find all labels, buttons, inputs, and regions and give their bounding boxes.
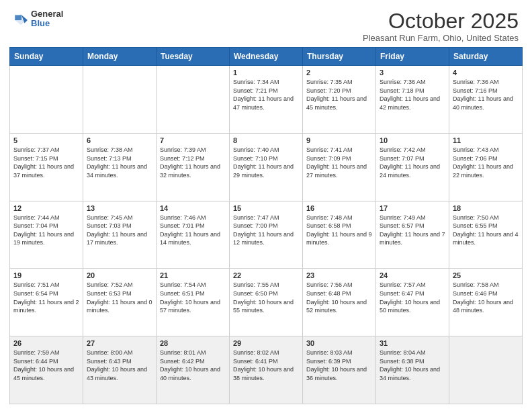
day-cell: 4Sunrise: 7:36 AMSunset: 7:16 PMDaylight…: [449, 66, 523, 134]
day-number: 3: [380, 68, 445, 77]
weekday-header-friday: Friday: [376, 48, 449, 66]
day-number: 31: [380, 339, 445, 347]
day-number: 27: [87, 339, 152, 347]
day-info: Sunrise: 7:40 AMSunset: 7:10 PMDaylight:…: [233, 146, 299, 179]
day-number: 16: [306, 204, 372, 212]
day-number: 19: [13, 271, 79, 279]
day-info: Sunrise: 7:35 AMSunset: 7:20 PMDaylight:…: [306, 78, 372, 111]
day-number: 26: [13, 339, 79, 347]
week-row-4: 19Sunrise: 7:51 AMSunset: 6:54 PMDayligh…: [10, 269, 523, 336]
day-cell: 24Sunrise: 7:57 AMSunset: 6:47 PMDayligh…: [376, 269, 449, 336]
weekday-header-thursday: Thursday: [303, 48, 376, 66]
day-info: Sunrise: 8:03 AMSunset: 6:39 PMDaylight:…: [306, 349, 372, 382]
day-info: Sunrise: 7:57 AMSunset: 6:47 PMDaylight:…: [380, 281, 445, 314]
day-number: 17: [380, 204, 445, 212]
day-number: 9: [306, 136, 372, 144]
day-info: Sunrise: 8:01 AMSunset: 6:42 PMDaylight:…: [160, 349, 226, 382]
day-number: 8: [233, 136, 299, 144]
day-cell: 22Sunrise: 7:55 AMSunset: 6:50 PMDayligh…: [230, 269, 303, 336]
logo-text: General Blue: [31, 9, 63, 29]
day-info: Sunrise: 7:44 AMSunset: 7:04 PMDaylight:…: [13, 214, 79, 247]
day-cell: 1Sunrise: 7:34 AMSunset: 7:21 PMDaylight…: [230, 66, 303, 134]
svg-rect-3: [15, 15, 21, 21]
day-cell: 3Sunrise: 7:36 AMSunset: 7:18 PMDaylight…: [376, 66, 449, 134]
day-info: Sunrise: 7:34 AMSunset: 7:21 PMDaylight:…: [233, 78, 299, 111]
day-info: Sunrise: 7:58 AMSunset: 6:46 PMDaylight:…: [453, 281, 519, 314]
day-info: Sunrise: 7:47 AMSunset: 7:00 PMDaylight:…: [233, 214, 299, 247]
title-section: October 2025 Pleasant Run Farm, Ohio, Un…: [363, 9, 519, 43]
page: General Blue October 2025 Pleasant Run F…: [0, 0, 532, 411]
day-cell: 19Sunrise: 7:51 AMSunset: 6:54 PMDayligh…: [10, 269, 83, 336]
day-info: Sunrise: 7:59 AMSunset: 6:44 PMDaylight:…: [13, 349, 79, 382]
day-cell: 7Sunrise: 7:39 AMSunset: 7:12 PMDaylight…: [157, 133, 230, 201]
day-cell: 6Sunrise: 7:38 AMSunset: 7:13 PMDaylight…: [83, 133, 157, 201]
day-cell: 11Sunrise: 7:43 AMSunset: 7:06 PMDayligh…: [449, 133, 523, 201]
day-info: Sunrise: 7:50 AMSunset: 6:55 PMDaylight:…: [453, 214, 519, 247]
day-cell: [157, 66, 230, 134]
day-cell: [83, 66, 157, 134]
logo-blue: Blue: [31, 19, 63, 28]
day-number: 1: [233, 68, 299, 77]
day-cell: 9Sunrise: 7:41 AMSunset: 7:09 PMDaylight…: [303, 133, 376, 201]
weekday-header-sunday: Sunday: [10, 48, 83, 66]
day-cell: [449, 336, 523, 404]
day-number: 23: [306, 271, 372, 279]
day-info: Sunrise: 7:48 AMSunset: 6:58 PMDaylight:…: [306, 214, 372, 247]
day-number: 4: [453, 68, 519, 77]
day-cell: 2Sunrise: 7:35 AMSunset: 7:20 PMDaylight…: [303, 66, 376, 134]
day-number: 24: [380, 271, 445, 279]
day-number: 13: [87, 204, 152, 212]
day-cell: 31Sunrise: 8:04 AMSunset: 6:38 PMDayligh…: [376, 336, 449, 404]
day-number: 20: [87, 271, 152, 279]
week-row-1: 1Sunrise: 7:34 AMSunset: 7:21 PMDaylight…: [10, 66, 523, 134]
day-cell: 28Sunrise: 8:01 AMSunset: 6:42 PMDayligh…: [157, 336, 230, 404]
day-cell: 18Sunrise: 7:50 AMSunset: 6:55 PMDayligh…: [449, 201, 523, 269]
day-info: Sunrise: 8:00 AMSunset: 6:43 PMDaylight:…: [87, 349, 152, 382]
day-cell: 13Sunrise: 7:45 AMSunset: 7:03 PMDayligh…: [83, 201, 157, 269]
day-cell: 16Sunrise: 7:48 AMSunset: 6:58 PMDayligh…: [303, 201, 376, 269]
day-number: 30: [306, 339, 372, 347]
week-row-3: 12Sunrise: 7:44 AMSunset: 7:04 PMDayligh…: [10, 201, 523, 269]
day-info: Sunrise: 7:39 AMSunset: 7:12 PMDaylight:…: [160, 146, 226, 179]
day-info: Sunrise: 7:38 AMSunset: 7:13 PMDaylight:…: [87, 146, 152, 179]
day-cell: 30Sunrise: 8:03 AMSunset: 6:39 PMDayligh…: [303, 336, 376, 404]
day-number: 21: [160, 271, 226, 279]
day-number: 2: [306, 68, 372, 77]
day-info: Sunrise: 7:43 AMSunset: 7:06 PMDaylight:…: [453, 146, 519, 179]
day-info: Sunrise: 8:02 AMSunset: 6:41 PMDaylight:…: [233, 349, 299, 382]
day-cell: 20Sunrise: 7:52 AMSunset: 6:53 PMDayligh…: [83, 269, 157, 336]
day-cell: 27Sunrise: 8:00 AMSunset: 6:43 PMDayligh…: [83, 336, 157, 404]
week-row-2: 5Sunrise: 7:37 AMSunset: 7:15 PMDaylight…: [10, 133, 523, 201]
day-cell: 23Sunrise: 7:56 AMSunset: 6:48 PMDayligh…: [303, 269, 376, 336]
day-cell: 29Sunrise: 8:02 AMSunset: 6:41 PMDayligh…: [230, 336, 303, 404]
logo-general: General: [31, 9, 63, 19]
logo-icon: [13, 12, 28, 27]
day-info: Sunrise: 7:52 AMSunset: 6:53 PMDaylight:…: [87, 281, 152, 314]
day-info: Sunrise: 7:46 AMSunset: 7:01 PMDaylight:…: [160, 214, 226, 247]
weekday-header-saturday: Saturday: [449, 48, 523, 66]
day-info: Sunrise: 7:55 AMSunset: 6:50 PMDaylight:…: [233, 281, 299, 314]
day-number: 14: [160, 204, 226, 212]
calendar-subtitle: Pleasant Run Farm, Ohio, United States: [363, 33, 519, 43]
day-cell: 5Sunrise: 7:37 AMSunset: 7:15 PMDaylight…: [10, 133, 83, 201]
calendar-table: SundayMondayTuesdayWednesdayThursdayFrid…: [9, 47, 523, 404]
day-info: Sunrise: 7:56 AMSunset: 6:48 PMDaylight:…: [306, 281, 372, 314]
day-info: Sunrise: 7:37 AMSunset: 7:15 PMDaylight:…: [13, 146, 79, 179]
day-info: Sunrise: 7:49 AMSunset: 6:57 PMDaylight:…: [380, 214, 445, 247]
day-cell: 10Sunrise: 7:42 AMSunset: 7:07 PMDayligh…: [376, 133, 449, 201]
day-cell: 15Sunrise: 7:47 AMSunset: 7:00 PMDayligh…: [230, 201, 303, 269]
day-cell: 25Sunrise: 7:58 AMSunset: 6:46 PMDayligh…: [449, 269, 523, 336]
day-info: Sunrise: 7:42 AMSunset: 7:07 PMDaylight:…: [380, 146, 445, 179]
day-number: 5: [13, 136, 79, 144]
day-cell: 21Sunrise: 7:54 AMSunset: 6:51 PMDayligh…: [157, 269, 230, 336]
day-number: 11: [453, 136, 519, 144]
header: General Blue October 2025 Pleasant Run F…: [0, 0, 532, 47]
day-info: Sunrise: 7:41 AMSunset: 7:09 PMDaylight:…: [306, 146, 372, 179]
day-info: Sunrise: 7:36 AMSunset: 7:16 PMDaylight:…: [453, 78, 519, 111]
calendar-title: October 2025: [363, 9, 519, 33]
day-number: 29: [233, 339, 299, 347]
day-info: Sunrise: 7:54 AMSunset: 6:51 PMDaylight:…: [160, 281, 226, 314]
weekday-header-wednesday: Wednesday: [230, 48, 303, 66]
day-cell: 12Sunrise: 7:44 AMSunset: 7:04 PMDayligh…: [10, 201, 83, 269]
weekday-header-tuesday: Tuesday: [157, 48, 230, 66]
